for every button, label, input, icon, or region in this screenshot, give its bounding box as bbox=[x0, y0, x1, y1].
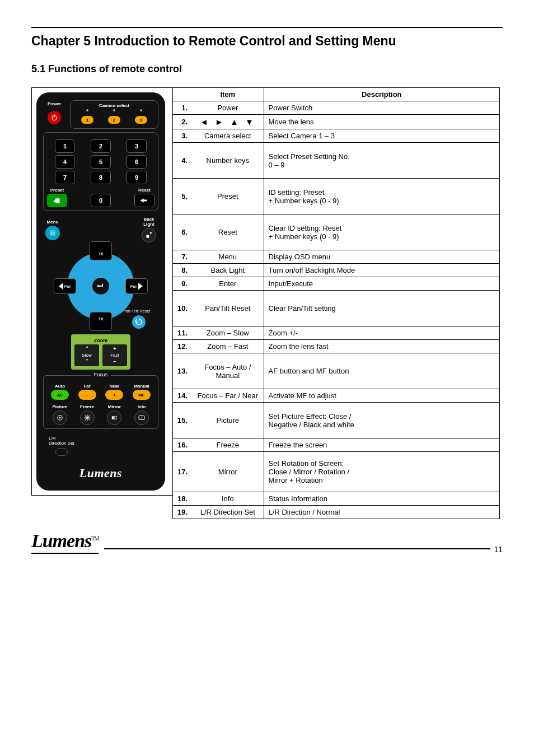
row-index: 10. bbox=[173, 291, 193, 326]
menu-icon bbox=[49, 229, 57, 237]
row-index: 19. bbox=[173, 506, 193, 519]
mirror-icon bbox=[110, 414, 118, 422]
mf-button[interactable]: MF bbox=[133, 390, 151, 400]
enter-button[interactable] bbox=[92, 278, 109, 295]
row-description: Zoom +/- bbox=[264, 326, 499, 340]
row-index: 13. bbox=[173, 353, 193, 389]
af-button[interactable]: AF bbox=[51, 390, 69, 400]
row-description: Clear Pan/Tilt setting bbox=[264, 291, 499, 326]
power-label: Power bbox=[48, 101, 61, 106]
chapter-title: Chapter 5 Introduction to Remote Control… bbox=[31, 34, 503, 49]
zoom-slow-label: Slow bbox=[82, 353, 91, 358]
power-button[interactable] bbox=[48, 111, 61, 124]
menu-label: Menu bbox=[47, 220, 59, 225]
camera-select-1[interactable]: 1 bbox=[81, 116, 93, 124]
row-description: Set Picture Effect: Close / Negative / B… bbox=[264, 403, 499, 438]
remote-control: Power Camera select 1 2 3 bbox=[36, 92, 165, 491]
direction-arrows-icon: ◄ ► ▲ ▼ bbox=[200, 117, 256, 127]
row-index: 17. bbox=[173, 452, 193, 492]
focus-label: Focus bbox=[91, 372, 111, 377]
tilt-up-button[interactable]: Tilt bbox=[90, 241, 112, 260]
minus-icon: − bbox=[113, 359, 116, 365]
numkey-7[interactable]: 7 bbox=[55, 171, 75, 184]
remote-image-cell: Power Camera select 1 2 3 bbox=[31, 87, 172, 496]
row-item: Focus – Auto / Manual bbox=[192, 353, 264, 389]
row-index: 18. bbox=[173, 492, 193, 506]
pan-tilt-reset-label: Pan / Tilt Reset bbox=[124, 309, 150, 313]
hand-icon bbox=[52, 197, 62, 204]
row-description: Clear ID setting: Reset + Number keys (0… bbox=[264, 214, 499, 250]
svg-point-5 bbox=[146, 235, 149, 238]
numkey-6[interactable]: 6 bbox=[127, 155, 147, 169]
numkey-4[interactable]: 4 bbox=[55, 155, 75, 169]
trademark-symbol: TM bbox=[91, 535, 99, 542]
row-item: Reset bbox=[192, 214, 264, 250]
focus-far-button[interactable]: − bbox=[78, 390, 96, 400]
svg-rect-13 bbox=[115, 416, 117, 419]
row-description: Zoom the lens fast bbox=[264, 340, 499, 353]
reset-button[interactable] bbox=[134, 194, 154, 207]
freeze-label: Freeze bbox=[80, 404, 94, 409]
backlight-label: Back Light bbox=[139, 217, 158, 227]
zoom-slow-rocker[interactable]: ˄ Slow ˅ bbox=[74, 344, 99, 366]
numkey-3[interactable]: 3 bbox=[127, 139, 147, 153]
mirror-button[interactable] bbox=[107, 410, 121, 425]
row-index: 12. bbox=[173, 340, 193, 353]
row-description: Display OSD menu bbox=[264, 250, 499, 264]
row-item: ◄ ► ▲ ▼ bbox=[192, 115, 264, 129]
lr-direction-label: L/R Direction Set bbox=[49, 436, 158, 446]
row-index: 11. bbox=[173, 326, 193, 340]
menu-button[interactable] bbox=[45, 226, 60, 240]
row-description: Status Information bbox=[264, 492, 499, 506]
row-index: 16. bbox=[173, 438, 193, 452]
numkey-9[interactable]: 9 bbox=[127, 171, 147, 184]
number-pad: 1 2 3 4 5 6 7 8 9 bbox=[43, 132, 158, 211]
focus-near-button[interactable]: + bbox=[105, 390, 123, 400]
row-description: L/R Direction / Normal bbox=[264, 506, 499, 519]
picture-button[interactable] bbox=[53, 410, 67, 425]
zoom-fast-rocker[interactable]: + Fast − bbox=[102, 344, 127, 366]
camera-select-3[interactable]: 3 bbox=[135, 116, 147, 124]
numkey-1[interactable]: 1 bbox=[55, 139, 75, 153]
numkey-8[interactable]: 8 bbox=[91, 171, 111, 184]
row-index: 8. bbox=[173, 264, 193, 277]
focus-auto-label: Auto bbox=[55, 384, 65, 389]
row-item: Mirror bbox=[192, 452, 264, 492]
section-title: 5.1 Functions of remote control bbox=[31, 63, 503, 75]
tilt-down-button[interactable]: Tilt bbox=[90, 312, 112, 331]
reset-icon bbox=[135, 318, 143, 326]
preset-button[interactable] bbox=[47, 194, 67, 207]
row-index: 14. bbox=[173, 389, 193, 403]
row-description: AF button and MF button bbox=[264, 353, 499, 389]
row-description: Move the lens bbox=[264, 115, 499, 129]
numkey-2[interactable]: 2 bbox=[91, 139, 111, 153]
row-item: Zoom – Slow bbox=[192, 326, 264, 340]
row-index: 15. bbox=[173, 403, 193, 438]
row-item: Picture bbox=[192, 403, 264, 438]
info-button[interactable]: i bbox=[134, 410, 149, 425]
camera-select-2[interactable]: 2 bbox=[108, 116, 120, 124]
numkey-5[interactable]: 5 bbox=[91, 155, 111, 169]
reset-label: Reset bbox=[138, 188, 151, 193]
camera-select-label: Camera select bbox=[74, 103, 154, 108]
pan-tilt-reset-button[interactable] bbox=[132, 315, 146, 329]
snowflake-icon bbox=[83, 414, 91, 422]
picture-label: Picture bbox=[52, 404, 67, 409]
numkey-0[interactable]: 0 bbox=[91, 194, 111, 207]
freeze-button[interactable] bbox=[80, 410, 95, 425]
zoom-fast-label: Fast bbox=[110, 353, 119, 358]
svg-rect-3 bbox=[50, 232, 55, 233]
tilt-label: Tilt bbox=[98, 252, 103, 256]
footer-brand: LumensTM bbox=[31, 530, 99, 554]
pan-right-button[interactable]: Pan bbox=[125, 278, 148, 294]
row-item: Freeze bbox=[192, 438, 264, 452]
lr-direction-button[interactable] bbox=[55, 448, 68, 456]
backlight-button[interactable] bbox=[142, 228, 156, 242]
row-item: Number keys bbox=[192, 143, 264, 179]
pan-left-button[interactable]: Pan bbox=[54, 278, 76, 294]
plus-icon: + bbox=[113, 346, 116, 352]
row-item: Enter bbox=[192, 277, 264, 291]
picture-icon bbox=[56, 414, 64, 422]
pan-label: Pan bbox=[130, 284, 137, 288]
pan-label: Pan bbox=[64, 284, 71, 288]
